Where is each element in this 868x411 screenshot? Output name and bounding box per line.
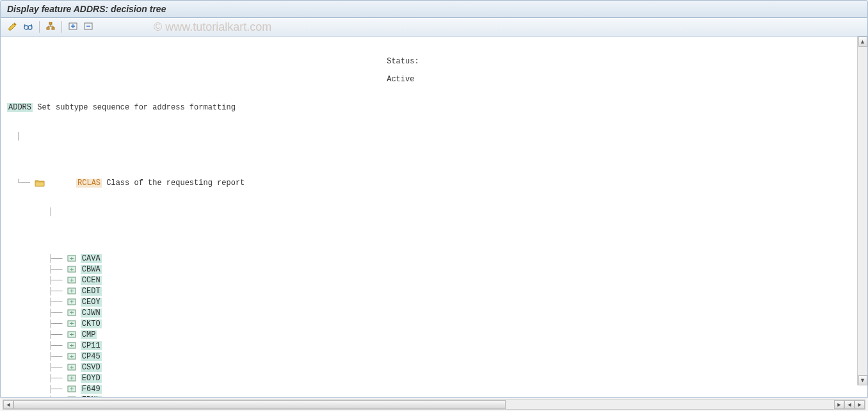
activate-button[interactable] bbox=[44, 20, 58, 33]
tree-root-row[interactable]: ADDRS Set subtype sequence for address f… bbox=[7, 102, 861, 113]
scroll-down-arrow[interactable]: ▼ bbox=[858, 375, 867, 385]
page-title: Display feature ADDRS: decision tree bbox=[7, 4, 166, 14]
node-collapsed-icon bbox=[67, 309, 76, 316]
expand-icon bbox=[68, 21, 78, 33]
leaf-code: CKTO bbox=[81, 319, 102, 328]
node-collapsed-icon bbox=[67, 353, 76, 360]
leaf-code: CAVA bbox=[81, 254, 102, 263]
tree-leaf-row[interactable]: ├── F649 bbox=[7, 383, 861, 394]
tree-leaf-row[interactable]: ├── CP45 bbox=[7, 351, 861, 362]
leaf-code: CBWA bbox=[81, 265, 102, 274]
collapse-icon bbox=[83, 21, 93, 33]
node-collapsed-icon bbox=[67, 342, 76, 349]
tree-content: Status: Active ADDRS Set subtype sequenc… bbox=[1, 36, 867, 397]
leaf-code: CEOY bbox=[81, 298, 102, 307]
tree-branch-row[interactable]: └── RCLAS Class of the requesting report bbox=[7, 177, 861, 188]
node-collapsed-icon bbox=[67, 320, 76, 327]
leaf-code: CJWN bbox=[81, 309, 102, 318]
horizontal-scrollbar[interactable]: ◄ ► ◄ ► bbox=[3, 399, 865, 410]
node-collapsed-icon bbox=[67, 255, 76, 262]
node-collapsed-icon bbox=[67, 287, 76, 294]
toolbar-separator bbox=[39, 21, 40, 33]
content-area: Status: Active ADDRS Set subtype sequenc… bbox=[0, 36, 868, 398]
tree-leaf-row[interactable]: ├── CP11 bbox=[7, 340, 861, 351]
leaf-code: CP11 bbox=[81, 341, 102, 350]
svg-rect-4 bbox=[52, 28, 54, 29]
leaf-code: FBNL bbox=[81, 396, 102, 398]
status-value: Active bbox=[387, 75, 414, 84]
tree-leaf-row[interactable]: ├── CSVD bbox=[7, 362, 861, 373]
status-label: Status: bbox=[387, 57, 419, 66]
branch-code: RCLAS bbox=[76, 179, 102, 188]
pencil-icon bbox=[8, 21, 18, 33]
node-collapsed-icon bbox=[67, 266, 76, 273]
hierarchy-icon bbox=[45, 21, 56, 33]
leaf-code: F649 bbox=[81, 385, 102, 394]
node-collapsed-icon bbox=[67, 364, 76, 371]
scroll-up-arrow[interactable]: ▲ bbox=[858, 36, 867, 47]
leaf-code: CSVD bbox=[81, 363, 102, 372]
node-collapsed-icon bbox=[67, 396, 76, 397]
scroll-track[interactable] bbox=[858, 47, 867, 375]
leaf-code: EOYD bbox=[81, 374, 102, 383]
node-collapsed-icon bbox=[67, 385, 76, 392]
edit-button[interactable] bbox=[6, 20, 20, 33]
glasses-button[interactable] bbox=[21, 20, 35, 33]
tree-leaf-row[interactable]: ├── CEDT bbox=[7, 286, 861, 296]
tree-leaf-row[interactable]: ├── CEOY bbox=[7, 296, 861, 307]
collapse-all-button[interactable] bbox=[81, 20, 95, 33]
expand-all-button[interactable] bbox=[66, 20, 80, 33]
tree-leaf-row[interactable]: ├── CCEN bbox=[7, 275, 861, 286]
toolbar bbox=[0, 18, 868, 36]
leaf-code: CMP bbox=[81, 330, 97, 339]
leaf-code: CEDT bbox=[81, 287, 102, 296]
root-text: Set subtype sequence for address formatt… bbox=[37, 103, 236, 112]
folder-open-icon bbox=[35, 161, 72, 205]
scroll-left-arrow[interactable]: ◄ bbox=[3, 400, 13, 409]
vertical-scrollbar[interactable]: ▲ ▼ bbox=[857, 36, 867, 385]
leaf-code: CP45 bbox=[81, 352, 102, 361]
branch-text: Class of the requesting report bbox=[106, 179, 245, 188]
title-bar: Display feature ADDRS: decision tree bbox=[0, 0, 868, 18]
scroll-left-arrow-2[interactable]: ◄ bbox=[844, 400, 855, 409]
svg-rect-2 bbox=[49, 22, 52, 24]
node-collapsed-icon bbox=[67, 375, 76, 382]
svg-point-0 bbox=[24, 26, 28, 29]
tree-leaf-row[interactable]: ├── CJWN bbox=[7, 307, 861, 318]
toolbar-separator bbox=[61, 21, 62, 33]
tree-leaf-row[interactable]: ├── CAVA bbox=[7, 253, 861, 264]
tree-leaf-row[interactable]: ├── CKTO bbox=[7, 318, 861, 329]
glasses-icon bbox=[23, 21, 33, 33]
scroll-right-arrow[interactable]: ► bbox=[834, 400, 844, 409]
svg-point-1 bbox=[28, 26, 32, 29]
leaf-code: CCEN bbox=[81, 276, 102, 285]
scroll-thumb[interactable] bbox=[13, 400, 506, 409]
scroll-right-arrow-2[interactable]: ► bbox=[855, 400, 865, 409]
node-collapsed-icon bbox=[67, 298, 76, 305]
tree-leaf-row[interactable]: ├── CMP bbox=[7, 329, 861, 340]
svg-rect-3 bbox=[47, 28, 49, 29]
tree-leaf-row[interactable]: ├── EOYD bbox=[7, 373, 861, 383]
root-code: ADDRS bbox=[7, 103, 33, 112]
scroll-track[interactable] bbox=[13, 400, 834, 409]
status: Status: Active bbox=[359, 48, 419, 93]
tree-leaf-row[interactable]: ├── CBWA bbox=[7, 264, 861, 275]
node-collapsed-icon bbox=[67, 331, 76, 338]
node-collapsed-icon bbox=[67, 277, 76, 284]
tree-leaf-row[interactable]: ├── FBNL bbox=[7, 394, 861, 397]
